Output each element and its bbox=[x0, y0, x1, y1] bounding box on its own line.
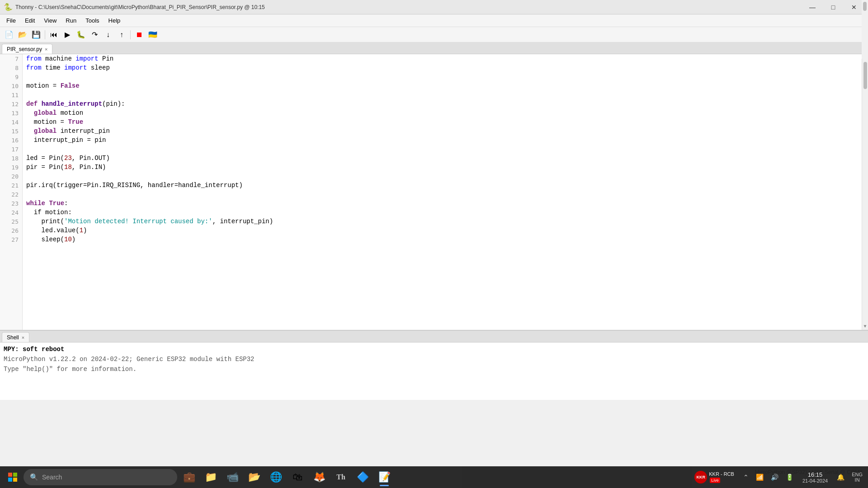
shell-scroll-thumb[interactable] bbox=[863, 2, 867, 11]
code-token: from bbox=[26, 64, 42, 71]
kkr-notification[interactable]: KKR KKR - RCB Live bbox=[691, 469, 738, 485]
taskbar-teams[interactable]: 📹 bbox=[222, 467, 242, 487]
step-out-button[interactable]: ↑ bbox=[115, 29, 128, 41]
taskbar-file-explorer[interactable]: 📁 bbox=[201, 467, 221, 487]
shell-tab-close[interactable]: × bbox=[22, 335, 24, 340]
code-token: , Pin.IN) bbox=[72, 164, 106, 171]
editor[interactable]: 789101112131415161718192021222324252627 … bbox=[0, 54, 868, 330]
run-back-button[interactable]: ⏮ bbox=[47, 29, 60, 41]
taskbar-briefcase[interactable]: 💼 bbox=[179, 467, 199, 487]
code-token: import bbox=[64, 64, 87, 71]
open-file-button[interactable]: 📂 bbox=[16, 29, 29, 41]
shell-scrollbar[interactable] bbox=[862, 0, 868, 59]
ukraine-button[interactable]: 🇺🇦 bbox=[146, 29, 159, 41]
debug-button[interactable]: 🐛 bbox=[75, 29, 87, 41]
line-number: 21 bbox=[0, 181, 22, 190]
taskbar-edge[interactable]: 🌐 bbox=[266, 467, 286, 487]
code-token: : bbox=[64, 200, 68, 207]
code-token: sleep( bbox=[26, 236, 64, 243]
code-line: sleep(10) bbox=[26, 235, 858, 244]
code-line: global interrupt_pin bbox=[26, 127, 858, 136]
shell-tab[interactable]: Shell × bbox=[2, 332, 29, 342]
power-icon[interactable]: 🔋 bbox=[784, 472, 795, 483]
scroll-down-arrow[interactable]: ▼ bbox=[863, 324, 866, 329]
code-token bbox=[45, 200, 49, 207]
search-bar[interactable]: 🔍 Search bbox=[24, 469, 177, 485]
code-token: from bbox=[26, 55, 42, 62]
code-token: machine bbox=[42, 55, 76, 62]
code-token: ) bbox=[72, 236, 75, 243]
menu-file[interactable]: File bbox=[2, 16, 20, 25]
menu-view[interactable]: View bbox=[39, 16, 61, 25]
code-line: motion = True bbox=[26, 117, 858, 127]
line-number: 12 bbox=[0, 99, 22, 108]
menu-tools[interactable]: Tools bbox=[81, 16, 104, 25]
tab-close-button[interactable]: × bbox=[45, 47, 47, 52]
code-token: True bbox=[49, 200, 64, 207]
menu-run[interactable]: Run bbox=[61, 16, 81, 25]
new-file-button[interactable]: 📄 bbox=[3, 29, 15, 41]
code-token: import bbox=[75, 55, 98, 62]
shell-output[interactable]: MPY: soft reboot MicroPython v1.22.2 on … bbox=[0, 343, 868, 400]
maximize-button[interactable]: □ bbox=[823, 0, 844, 14]
clock[interactable]: 16:15 21-04-2024 bbox=[799, 469, 831, 485]
lang-indicator[interactable]: ENGIN bbox=[850, 471, 864, 483]
code-token: 23 bbox=[64, 155, 72, 162]
code-token: handle_interrupt bbox=[42, 100, 102, 108]
menu-edit[interactable]: Edit bbox=[20, 16, 39, 25]
code-token: sleep bbox=[87, 64, 109, 71]
start-button[interactable] bbox=[4, 468, 22, 486]
taskbar-firefox[interactable]: 🦊 bbox=[309, 467, 329, 487]
shell-line-2: MicroPython v1.22.2 on 2024-02-22; Gener… bbox=[4, 354, 864, 364]
live-badge: Live bbox=[710, 478, 720, 483]
taskbar-file-manager[interactable]: 📂 bbox=[244, 467, 264, 487]
code-line: led.value(1) bbox=[26, 226, 858, 235]
tab-bar: PIR_sensor.py × bbox=[0, 42, 868, 54]
run-button[interactable]: ▶ bbox=[61, 29, 74, 41]
system-tray: KKR KKR - RCB Live ⌃ 📶 🔊 🔋 16:15 21-04-2… bbox=[691, 469, 864, 485]
editor-tab[interactable]: PIR_sensor.py × bbox=[2, 44, 52, 54]
volume-icon[interactable]: 🔊 bbox=[769, 472, 780, 483]
title-bar-controls: — □ ✕ bbox=[802, 0, 864, 14]
code-area[interactable]: from machine import Pinfrom time import … bbox=[23, 54, 862, 330]
taskbar-notes[interactable]: 📝 bbox=[374, 467, 394, 487]
shell-text-1: MPY: soft reboot bbox=[4, 346, 64, 353]
taskbar-font[interactable]: Th bbox=[331, 467, 351, 487]
code-line bbox=[26, 172, 858, 181]
code-token: Pin bbox=[99, 55, 114, 62]
menu-help[interactable]: Help bbox=[104, 16, 125, 25]
shell-text-3: Type "help()" for more information. bbox=[4, 366, 137, 373]
line-number: 18 bbox=[0, 154, 22, 163]
line-numbers: 789101112131415161718192021222324252627 bbox=[0, 54, 23, 330]
code-token: def bbox=[26, 100, 38, 108]
taskbar-unknown1[interactable]: 🔷 bbox=[353, 467, 373, 487]
network-icon[interactable]: 📶 bbox=[754, 472, 765, 483]
code-line: from time import sleep bbox=[26, 63, 858, 72]
notification-icon[interactable]: 🔔 bbox=[835, 472, 846, 483]
code-token: motion = bbox=[26, 118, 68, 126]
line-number: 8 bbox=[0, 63, 22, 72]
step-over-button[interactable]: ↷ bbox=[88, 29, 101, 41]
code-token: (pin): bbox=[102, 100, 125, 108]
chevron-up-icon[interactable]: ⌃ bbox=[741, 472, 750, 483]
code-token: ) bbox=[83, 227, 87, 234]
minimize-button[interactable]: — bbox=[802, 0, 823, 14]
taskbar-store[interactable]: 🛍 bbox=[288, 467, 307, 487]
tab-label: PIR_sensor.py bbox=[7, 46, 42, 52]
file-manager-icon: 📂 bbox=[248, 471, 260, 483]
stop-button[interactable]: ⏹ bbox=[133, 29, 146, 41]
save-button[interactable]: 💾 bbox=[30, 29, 42, 41]
code-token: True bbox=[68, 118, 83, 126]
shell-tab-label: Shell bbox=[7, 334, 19, 341]
line-number: 26 bbox=[0, 226, 22, 235]
scroll-thumb[interactable] bbox=[863, 62, 867, 89]
line-number: 25 bbox=[0, 217, 22, 226]
code-token: pir = Pin( bbox=[26, 164, 64, 171]
step-into-button[interactable]: ↓ bbox=[102, 29, 114, 41]
search-icon: 🔍 bbox=[30, 473, 38, 481]
taskbar: 🔍 Search 💼 📁 📹 📂 🌐 🛍 🦊 Th 🔷 📝 KKR bbox=[0, 466, 868, 488]
edge-icon: 🌐 bbox=[270, 471, 282, 483]
code-token: led = Pin( bbox=[26, 155, 64, 162]
editor-scrollbar[interactable]: ▲ ▼ bbox=[862, 54, 868, 330]
shell-line-1: MPY: soft reboot bbox=[4, 344, 864, 354]
